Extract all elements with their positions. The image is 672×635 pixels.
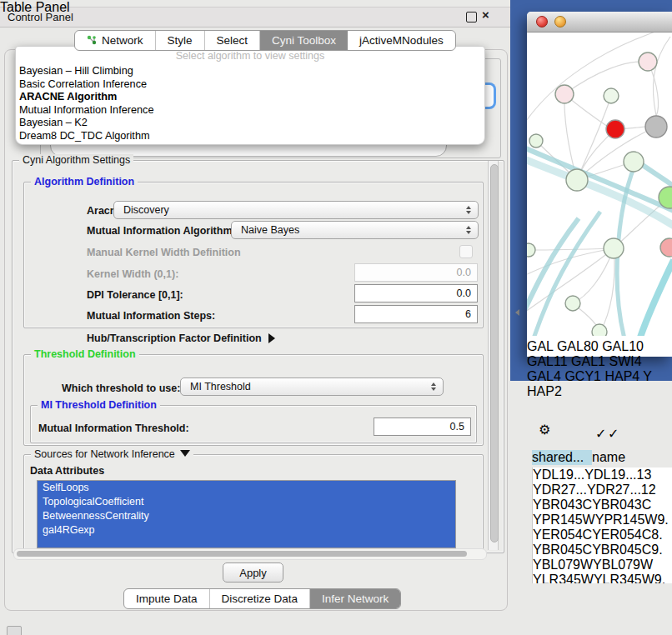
mi-steps-field[interactable]: 6 bbox=[354, 305, 478, 323]
mac-minimize-icon[interactable] bbox=[554, 16, 566, 28]
tab-discretize-data[interactable]: Discretize Data bbox=[210, 589, 311, 608]
hub-factor-expander[interactable]: Hub/Transcription Factor Definition bbox=[87, 332, 275, 344]
network-node-gal4[interactable] bbox=[566, 169, 588, 191]
list-item-selfloops[interactable]: SelfLoops bbox=[38, 481, 455, 495]
mi-threshold-field[interactable]: 0.5 bbox=[374, 418, 471, 436]
popup-item-mutual-information[interactable]: Mutual Information Inference bbox=[19, 104, 478, 118]
attribute-table[interactable]: YDL19...YDL19...13 YDR27...YDR27...12 YB… bbox=[532, 468, 672, 583]
node-label: GAL4 bbox=[527, 369, 561, 383]
aracne-mode-combo[interactable]: Discovery bbox=[113, 201, 479, 219]
network-node-gal[interactable] bbox=[639, 52, 657, 71]
gear-icon[interactable]: ⚙ bbox=[539, 422, 550, 438]
combo-arrows-icon bbox=[431, 382, 436, 391]
expand-right-icon bbox=[268, 333, 275, 343]
network-node-gal1[interactable] bbox=[624, 152, 644, 172]
algorithm-definition-title: Algorithm Definition bbox=[31, 176, 138, 188]
list-item-betweennesscentrality[interactable]: BetweennessCentrality bbox=[38, 509, 455, 523]
scrollbar-thumb[interactable] bbox=[490, 164, 499, 542]
scrollbar-thumb[interactable] bbox=[17, 551, 467, 557]
which-threshold-combo[interactable]: MI Threshold bbox=[180, 378, 444, 396]
table-row[interactable]: YBL079WYBL079W bbox=[533, 558, 672, 572]
network-node-hap2[interactable] bbox=[565, 296, 580, 311]
node-label: HAP4 bbox=[604, 369, 639, 383]
node-label: GAL11 bbox=[527, 354, 568, 368]
control-panel-titlebar: Control Panel bbox=[0, 7, 510, 28]
mac-close-icon[interactable] bbox=[536, 16, 548, 28]
collapse-down-icon bbox=[180, 450, 190, 457]
column-header-name[interactable]: name bbox=[592, 450, 653, 465]
network-node[interactable] bbox=[604, 88, 619, 103]
table-row[interactable]: YDL19...YDL19...13 bbox=[533, 468, 672, 482]
tab-style[interactable]: Style bbox=[156, 31, 205, 50]
popup-item-aracne[interactable]: ARACNE Algorithm bbox=[19, 91, 478, 104]
table-row[interactable]: YER054CYER054C8. bbox=[533, 528, 672, 542]
network-node-gcy1[interactable] bbox=[527, 243, 535, 257]
node-label: GAL bbox=[527, 339, 553, 353]
network-node[interactable] bbox=[592, 324, 607, 336]
apply-button[interactable]: Apply bbox=[223, 562, 283, 582]
popup-prompt: Select algorithm to view settings bbox=[16, 50, 484, 62]
dpi-tolerance-label: DPI Tolerance [0,1]: bbox=[87, 289, 183, 301]
bottom-tabbar: Impute Data Discretize Data Infer Networ… bbox=[123, 588, 401, 609]
mi-algorithm-type-combo[interactable]: Naive Bayes bbox=[231, 221, 479, 239]
popup-item-bayesian-k2[interactable]: Bayesian – K2 bbox=[19, 117, 478, 130]
tab-network[interactable]: Network bbox=[75, 31, 156, 50]
mi-steps-label: Mutual Information Steps: bbox=[87, 310, 215, 322]
network-node-gal80[interactable] bbox=[555, 85, 574, 103]
tab-jactivemnodules[interactable]: jActiveMNodules bbox=[348, 31, 455, 50]
data-attributes-list: SelfLoops TopologicalCoefficient Between… bbox=[37, 480, 456, 548]
manual-kernel-width-checkbox[interactable] bbox=[459, 245, 473, 258]
network-node-pink[interactable] bbox=[660, 238, 672, 257]
list-item-topologicalcoefficient[interactable]: TopologicalCoefficient bbox=[38, 495, 455, 509]
algorithm-popup: Select algorithm to view settings Bayesi… bbox=[15, 46, 485, 145]
tab-cyni-toolbox[interactable]: Cyni Toolbox bbox=[260, 31, 348, 50]
close-icon[interactable]: × bbox=[482, 8, 489, 22]
network-canvas[interactable]: GAL GAL80 GAL10 GAL11 GAL1 SWI4 GAL4 GCY… bbox=[527, 12, 672, 399]
mac-zoom-icon[interactable] bbox=[573, 16, 584, 28]
list-item-gal4rgexp[interactable]: gal4RGexp bbox=[38, 523, 455, 538]
network-window-titlebar[interactable] bbox=[527, 12, 672, 32]
settings-vertical-scrollbar[interactable] bbox=[488, 161, 499, 550]
kernel-width-label: Kernel Width (0,1): bbox=[87, 268, 178, 280]
minimized-panel-icon[interactable] bbox=[7, 626, 22, 635]
checked-checkbox-icon[interactable]: ✓ bbox=[608, 426, 619, 442]
popup-item-dream8[interactable]: Dream8 DC_TDC Algorithm bbox=[19, 130, 478, 143]
node-label: HAP2 bbox=[527, 384, 562, 398]
column-header-shared[interactable]: shared... bbox=[532, 450, 593, 465]
float-window-icon[interactable] bbox=[466, 12, 477, 22]
settings-horizontal-scrollbar[interactable] bbox=[13, 548, 487, 560]
network-node-selected-red[interactable] bbox=[606, 120, 624, 138]
table-row[interactable]: YBR045CYBR045C9. bbox=[533, 542, 672, 558]
table-row[interactable]: YLR345WYLR345W9. bbox=[533, 572, 672, 583]
tab-select[interactable]: Select bbox=[205, 31, 261, 50]
popup-item-bayesian-hill-climbing[interactable]: Bayesian – Hill Climbing bbox=[19, 65, 478, 78]
data-attributes-label: Data Attributes bbox=[30, 465, 104, 477]
network-node-gal11[interactable] bbox=[529, 134, 543, 148]
cyni-algorithm-settings-title: Cyni Algorithm Settings bbox=[19, 154, 133, 166]
sources-collapse-toggle[interactable]: Sources for Network Inference bbox=[31, 448, 193, 460]
mi-threshold-definition-title: MI Threshold Definition bbox=[38, 399, 160, 411]
combo-arrows-icon bbox=[466, 206, 471, 214]
which-threshold-label: Which threshold to use: bbox=[62, 382, 180, 394]
node-label: GAL80 bbox=[557, 339, 599, 353]
node-label: Y bbox=[643, 369, 651, 383]
screenshot-root: Control Panel × Network Style Select Cyn… bbox=[0, 0, 672, 635]
checked-checkbox-icon[interactable]: ✓ bbox=[595, 426, 606, 442]
dpi-tolerance-field[interactable]: 0.0 bbox=[354, 284, 478, 302]
popup-item-basic-correlation[interactable]: Basic Correlation Inference bbox=[19, 78, 478, 92]
table-panel-titlebar: Table Panel bbox=[0, 0, 70, 15]
control-panel-tabbar: Network Style Select Cyni Toolbox jActiv… bbox=[74, 30, 456, 51]
network-node-gal10[interactable] bbox=[645, 116, 667, 138]
combo-arrows-icon bbox=[466, 226, 471, 234]
table-row[interactable]: YPR145WYPR145W9. bbox=[533, 512, 672, 528]
table-row[interactable]: YBR043CYBR043C bbox=[533, 498, 672, 512]
mi-threshold-label: Mutual Information Threshold: bbox=[38, 422, 189, 434]
splitter-collapse-icon[interactable] bbox=[515, 309, 519, 316]
table-row[interactable]: YDR27...YDR27...12 bbox=[533, 482, 672, 498]
table-panel-title: Table Panel bbox=[0, 0, 70, 14]
network-node-hap4[interactable] bbox=[604, 238, 624, 258]
threshold-definition-title: Threshold Definition bbox=[31, 348, 139, 360]
kernel-width-field[interactable]: 0.0 bbox=[354, 263, 478, 282]
tab-infer-network[interactable]: Infer Network bbox=[310, 589, 400, 608]
tab-impute-data[interactable]: Impute Data bbox=[124, 589, 210, 608]
